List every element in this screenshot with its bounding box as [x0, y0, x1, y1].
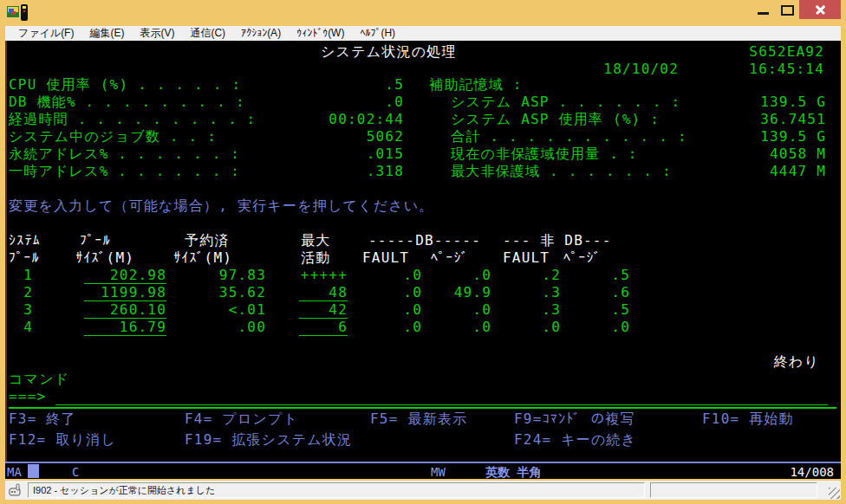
- resize-grip[interactable]: [829, 488, 840, 499]
- command-input-continuation[interactable]: [9, 407, 836, 409]
- pool-db-fault: .0: [403, 301, 422, 319]
- pool-row-id: 3: [23, 301, 33, 319]
- col-header-size: ｻｲｽﾞ(M): [75, 249, 134, 267]
- pool-ndb-fault: .0: [542, 319, 561, 336]
- terminal-screen[interactable]: システム状況の処理 S652EA92 18/10/02 16:45:14 CPU…: [5, 41, 841, 462]
- col-header-reserved: 予約済: [185, 232, 230, 249]
- aux-unprotect-max-value: 4447 M: [770, 163, 826, 180]
- pool-row-id: 2: [23, 284, 33, 301]
- oia-input-mode: 英数 半角: [485, 464, 541, 480]
- menu-view[interactable]: 表示(V): [132, 26, 182, 41]
- command-prompt: ===>: [9, 388, 46, 405]
- pool-size-input[interactable]: 16.79: [84, 319, 166, 336]
- terminal-inner-border: [5, 41, 7, 462]
- menu-actions[interactable]: ｱｸｼｮﾝ(A): [233, 26, 289, 41]
- pool-db-fault: .0: [403, 267, 422, 284]
- pool-db-pages: .0: [472, 301, 491, 319]
- oia-message-wait: MW: [431, 464, 446, 480]
- title-bar[interactable]: [0, 0, 846, 26]
- aux-asp-value: 139.5 G: [760, 94, 826, 111]
- menu-edit[interactable]: 編集(E): [81, 26, 132, 41]
- menu-help[interactable]: ﾍﾙﾌﾟ(H): [352, 26, 403, 41]
- maximize-icon[interactable]: [781, 5, 794, 16]
- col-header-system: ｼｽﾃﾑ: [9, 232, 41, 249]
- instruction-line: 変更を入力して（可能な場合）, 実行キーを押してください。: [9, 197, 434, 215]
- stat-cpu-label: CPU 使用率 (%) . . . . . :: [9, 76, 241, 94]
- fkey-f19: F19= 拡張システム状況: [185, 431, 352, 449]
- aux-storage-header: 補助記憶域 :: [429, 76, 523, 94]
- pool-reserved: 35.62: [219, 284, 266, 301]
- minimize-icon[interactable]: [758, 12, 769, 15]
- col-header-max: 最大: [301, 232, 330, 249]
- col-header-db-fault: FAULT: [362, 249, 409, 267]
- aux-unprotect-used-value: 4058 M: [770, 145, 826, 163]
- fkey-f12: F12= 取り消し: [9, 431, 116, 449]
- status-aux-panel: [650, 482, 817, 498]
- pool-max-active-input[interactable]: 48: [299, 284, 348, 301]
- system-time: 16:45:14: [749, 61, 824, 78]
- aux-asp-pct-label: システム ASP 使用率 (%) :: [451, 111, 660, 128]
- col-header-ndb-pages: ﾍﾟｰｼﾞ: [563, 249, 602, 267]
- command-label: コマンド: [9, 371, 69, 388]
- fkey-f5: F5= 最新表示: [370, 410, 467, 428]
- pool-size-input[interactable]: 260.10: [84, 301, 166, 319]
- col-header-active: 活動: [301, 249, 330, 267]
- fkey-f3: F3= 終了: [9, 410, 76, 428]
- oia-status-line: MA C MW 英数 半角 14/008: [5, 462, 841, 479]
- pool-ndb-pages: .0: [611, 319, 630, 336]
- pool-ndb-pages: .5: [611, 301, 630, 319]
- pool-max-active-input[interactable]: 6: [299, 319, 348, 336]
- system-date: 18/10/02: [603, 61, 679, 78]
- pool-ndb-fault: .3: [542, 284, 561, 301]
- pool-db-pages: 49.9: [454, 284, 491, 301]
- col-header-pool: ﾌﾟｰﾙ: [80, 232, 111, 249]
- aux-total-value: 139.5 G: [760, 128, 826, 145]
- pool-max-active: +++++: [299, 267, 348, 284]
- pool-row-id: 4: [23, 319, 33, 336]
- pool-db-fault: .0: [403, 284, 422, 301]
- fkey-f10: F10= 再始動: [702, 410, 794, 428]
- col-header-pool2: ﾌﾟｰﾙ: [9, 249, 40, 267]
- stat-cpu-value: .5: [385, 76, 404, 94]
- stat-temp-addr-value: .318: [367, 163, 404, 180]
- oia-system-indicator: [28, 464, 39, 478]
- pool-size-input[interactable]: 202.98: [84, 267, 166, 284]
- menu-communication[interactable]: 通信(C): [182, 26, 233, 41]
- oia-machine-status: MA: [7, 464, 22, 480]
- menu-file[interactable]: ファイル(F): [10, 26, 81, 41]
- pool-max-active-input[interactable]: 42: [299, 301, 348, 319]
- stat-temp-addr-label: 一時アドレス% . . . . . . :: [9, 163, 240, 180]
- stat-elapsed-value: 00:02:44: [329, 111, 404, 128]
- pool-ndb-fault: .2: [542, 267, 561, 284]
- pool-reserved: <.01: [229, 301, 266, 319]
- screen-title: システム状況の処理: [321, 43, 457, 61]
- app-icon[interactable]: [7, 4, 29, 21]
- col-header-non-db: --- 非 DB---: [503, 232, 612, 249]
- stat-perm-addr-value: .015: [367, 145, 404, 163]
- stat-jobs-label: システム中のジョブ数 . . :: [9, 128, 217, 145]
- system-name: S652EA92: [749, 43, 824, 61]
- aux-unprotect-used-label: 現在の非保護域使用量 . :: [451, 145, 638, 163]
- oia-cursor-position: 14/008: [790, 464, 834, 480]
- stat-elapsed-label: 経過時間 . . . . . . . . . :: [9, 111, 256, 128]
- command-input[interactable]: [55, 388, 828, 405]
- col-header-db-pages: ﾍﾟｰｼﾞ: [431, 249, 469, 267]
- col-header-ndb-fault: FAULT: [503, 249, 550, 267]
- menu-window[interactable]: ｳｨﾝﾄﾞｳ(W): [289, 26, 352, 41]
- aux-asp-pct-value: 36.7451: [760, 111, 826, 128]
- fkey-f24: F24= キーの続き: [514, 431, 636, 449]
- pool-db-pages: .0: [472, 267, 491, 284]
- status-bar: I902 - セッションが正常に開始されました: [5, 481, 841, 500]
- pool-db-fault: .0: [403, 319, 422, 336]
- pool-row-id: 1: [23, 267, 33, 284]
- menu-bar: ファイル(F) 編集(E) 表示(V) 通信(C) ｱｸｼｮﾝ(A) ｳｨﾝﾄﾞ…: [5, 26, 841, 41]
- close-icon[interactable]: [799, 0, 841, 19]
- fkey-f4: F4= プロンプト: [185, 410, 298, 428]
- fkey-f9: F9=ｺﾏﾝﾄﾞ の複写: [514, 410, 635, 428]
- stat-perm-addr-label: 永続アドレス% . . . . . . :: [9, 145, 240, 163]
- pool-size-input[interactable]: 1199.98: [84, 284, 166, 301]
- pool-ndb-pages: .6: [611, 284, 630, 301]
- aux-asp-label: システム ASP . . . . . . :: [451, 94, 680, 111]
- pool-reserved: .00: [238, 319, 267, 336]
- aux-total-label: 合計 . . . . . . . . . . :: [451, 128, 687, 145]
